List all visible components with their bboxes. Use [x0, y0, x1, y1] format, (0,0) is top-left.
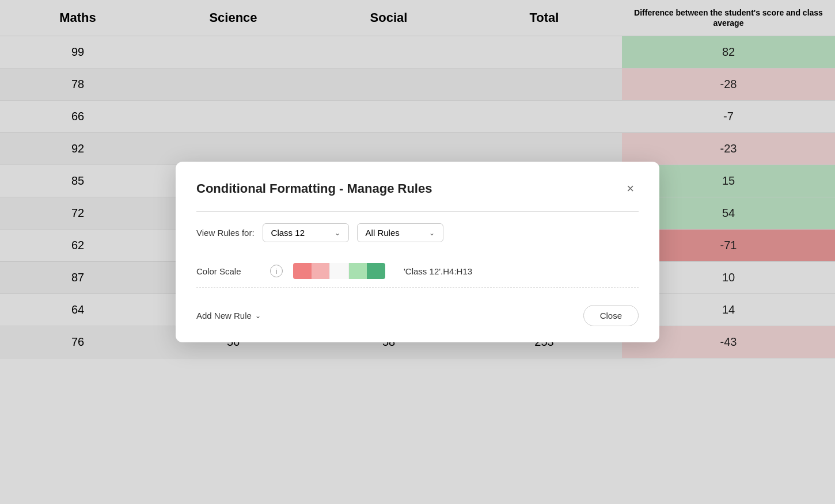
class-dropdown-value: Class 12: [271, 228, 305, 238]
rule-range: 'Class 12'.H4:H13: [404, 266, 472, 276]
rules-dropdown-value: All Rules: [366, 228, 400, 238]
color-scale-bar: [293, 263, 385, 279]
rule-type-label: Color Scale: [196, 266, 260, 276]
modal-footer: Add New Rule ⌄ Close: [196, 305, 639, 326]
info-icon: i: [270, 265, 283, 277]
color-scale-red-light: [312, 263, 330, 279]
view-rules-label: View Rules for:: [196, 228, 255, 238]
view-rules-row: View Rules for: Class 12 ⌄ All Rules ⌄: [196, 223, 639, 242]
modal-title: Conditional Formatting - Manage Rules: [196, 181, 432, 196]
spreadsheet-container: Maths Science Social Total Difference be…: [0, 0, 835, 504]
modal-section: View Rules for: Class 12 ⌄ All Rules ⌄ C…: [196, 211, 639, 288]
close-button[interactable]: Close: [583, 305, 639, 326]
color-scale-white: [329, 263, 349, 279]
color-scale-red-dark: [293, 263, 312, 279]
color-scale-green-light: [349, 263, 367, 279]
class-dropdown[interactable]: Class 12 ⌄: [263, 223, 349, 242]
rules-dropdown-chevron: ⌄: [429, 229, 435, 237]
class-dropdown-chevron: ⌄: [335, 229, 340, 237]
add-new-rule-label: Add New Rule: [196, 311, 252, 320]
add-rule-chevron: ⌄: [255, 312, 261, 320]
add-new-rule-button[interactable]: Add New Rule ⌄: [196, 311, 261, 320]
modal-close-button[interactable]: ×: [622, 180, 639, 197]
rule-row: Color Scale i 'Class 12'.H4:H13: [196, 255, 639, 288]
color-scale-green-dark: [367, 263, 385, 279]
modal-header: Conditional Formatting - Manage Rules ×: [196, 180, 639, 197]
modal-overlay: Conditional Formatting - Manage Rules × …: [0, 0, 835, 504]
rules-dropdown[interactable]: All Rules ⌄: [357, 223, 443, 242]
conditional-formatting-modal: Conditional Formatting - Manage Rules × …: [176, 162, 659, 342]
